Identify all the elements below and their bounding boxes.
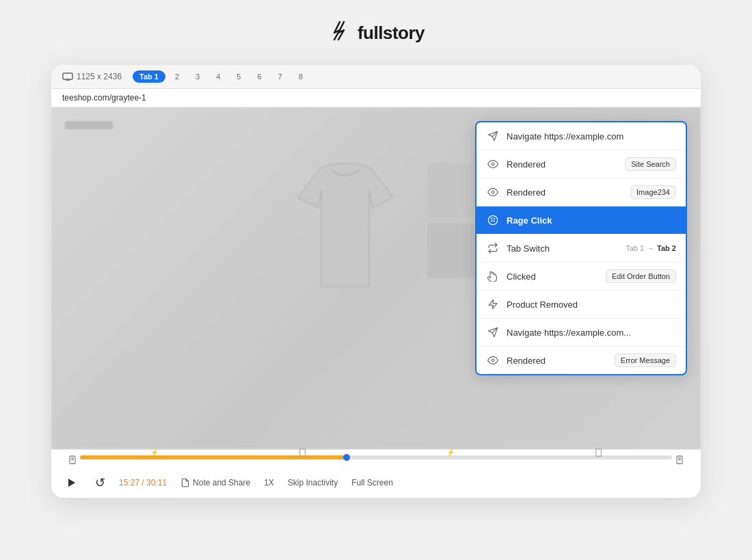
tab-2[interactable]: 2 [168,70,186,83]
event-row-navigate-2[interactable]: Navigate https://example.com... [476,319,686,347]
tab-arrow: → [647,244,654,252]
tab-5[interactable]: 5 [230,70,247,83]
player-bar: ⚡ ⚡ [51,449,701,498]
event-badge-edit-order: Edit Order Button [606,269,676,283]
tab-from: Tab 1 [626,244,644,252]
event-row-navigate-1[interactable]: Navigate https://example.com [476,122,686,150]
svg-point-8 [488,215,497,224]
eye-icon-3 [486,354,500,367]
replay-button[interactable]: ↺ [95,475,105,490]
lightning-icon [486,297,500,311]
play-button[interactable] [62,473,81,492]
tab-arrow-container: Tab 1 → Tab 2 [626,244,676,252]
svg-point-14 [492,359,494,362]
timeline-track[interactable] [80,455,672,459]
svg-point-7 [492,191,494,194]
event-label-rendered-3: Rendered [507,356,608,366]
tabs-row: Tab 1 2 3 4 5 6 7 8 [133,70,310,83]
tshirt-thumbnails [427,163,475,278]
event-badge-error-message: Error Message [615,354,676,367]
outer-wrapper: fullstory 1125 x 2436 Tab 1 2 3 4 5 6 7 [0,0,752,560]
speed-button[interactable]: 1X [264,478,274,488]
svg-rect-0 [63,73,72,79]
tab-to: Tab 2 [657,244,676,252]
url-text: teeshop.com/graytee-1 [62,93,146,103]
note-share-button[interactable]: Note and Share [180,478,250,488]
play-icon [68,479,75,487]
brand-header: fullstory [327,21,425,46]
event-row-clicked[interactable]: Clicked Edit Order Button [476,263,686,291]
tab-switch-icon [486,241,500,255]
url-bar: teeshop.com/graytee-1 [51,89,701,107]
tshirt-image-main [277,150,414,314]
tab-3[interactable]: 3 [189,70,206,83]
event-label-rendered-2: Rendered [507,187,623,198]
timeline-container: ⚡ ⚡ [62,455,690,466]
event-label-rage-click: Rage Click [507,215,676,226]
top-bar: 1125 x 2436 Tab 1 2 3 4 5 6 7 8 [51,65,701,89]
event-label-clicked: Clicked [507,271,599,282]
click-icon [486,269,500,283]
tab-7[interactable]: 7 [271,70,289,83]
timeline-playhead [343,454,350,461]
svg-marker-11 [489,299,497,308]
navigate-icon-2 [486,325,500,339]
timeline-end-icon [676,455,683,466]
content-area: Navigate https://example.com Rendered Si… [51,107,701,449]
timeline-start-icon [69,455,76,466]
resolution-badge: 1125 x 2436 [62,72,122,81]
event-row-rendered-2[interactable]: Rendered Image234 [476,178,686,206]
event-badge-site-search: Site Search [625,157,676,171]
resolution-text: 1125 x 2436 [77,72,122,81]
tab-4[interactable]: 4 [209,70,227,83]
tab-1[interactable]: Tab 1 [133,70,165,83]
full-screen-button[interactable]: Full Screen [351,478,393,488]
event-row-tab-switch[interactable]: Tab Switch Tab 1 → Tab 2 [476,235,686,263]
tshirt-container [277,150,475,314]
event-label-tab-switch: Tab Switch [507,243,619,254]
eye-icon-2 [486,185,500,199]
main-card: 1125 x 2436 Tab 1 2 3 4 5 6 7 8 teeshop.… [51,65,701,498]
event-row-product-removed[interactable]: Product Removed [476,291,686,319]
event-label-navigate-1: Navigate https://example.com [507,131,676,142]
player-controls: ↺ 15:27 / 30:11 Note and Share 1X Skip I… [62,473,690,492]
navigate-icon-1 [486,129,500,143]
event-label-navigate-2: Navigate https://example.com... [507,328,676,338]
svg-point-6 [492,163,494,165]
event-row-rage-click[interactable]: Rage Click [476,206,686,235]
eye-icon-1 [486,157,500,171]
tab-6[interactable]: 6 [250,70,268,83]
rage-icon [486,213,500,227]
event-label-product-removed: Product Removed [507,299,676,310]
event-row-rendered-1[interactable]: Rendered Site Search [476,150,686,178]
tab-8[interactable]: 8 [292,70,310,83]
event-row-rendered-3[interactable]: Rendered Error Message [476,347,686,374]
event-badge-image234: Image234 [630,185,676,199]
fullstory-logo-icon [327,21,352,46]
timeline-progress [80,455,347,459]
brand-name: fullstory [358,23,425,44]
skip-inactivity-button[interactable]: Skip Inactivity [288,478,338,488]
event-label-rendered-1: Rendered [507,159,618,170]
time-display: 15:27 / 30:11 [119,478,167,488]
events-panel: Navigate https://example.com Rendered Si… [475,121,687,375]
